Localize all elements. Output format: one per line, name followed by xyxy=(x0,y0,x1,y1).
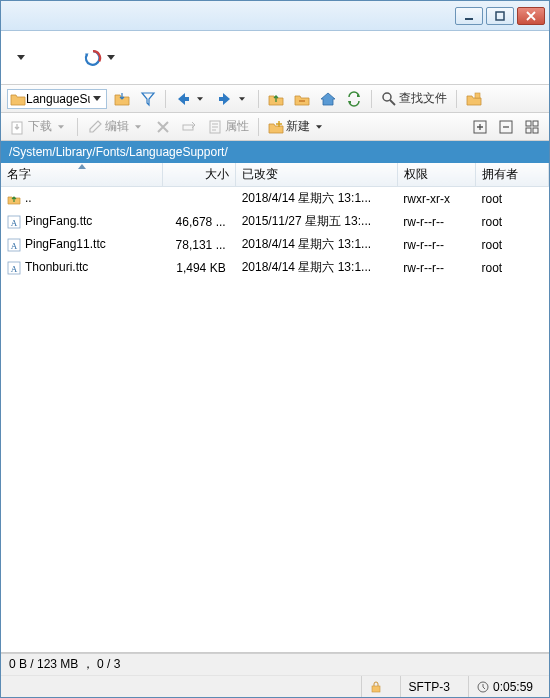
maximize-button[interactable] xyxy=(486,7,514,25)
protocol-text: SFTP-3 xyxy=(409,680,450,694)
parent-dir-button[interactable] xyxy=(265,89,287,109)
root-dir-button[interactable] xyxy=(291,89,313,109)
svg-rect-5 xyxy=(183,125,193,130)
table-row[interactable]: APingFang11.ttc78,131 ...2018/4/14 星期六 1… xyxy=(1,233,549,256)
address-text: LanguageSup xyxy=(26,92,90,106)
file-size xyxy=(163,187,236,211)
back-button[interactable] xyxy=(172,89,210,109)
session-dropdown[interactable] xyxy=(11,49,31,67)
file-perm: rw-r--r-- xyxy=(397,233,475,256)
file-name: .. xyxy=(25,191,32,205)
svg-rect-19 xyxy=(372,686,380,692)
path-text: /System/Library/Fonts/LanguageSupport/ xyxy=(9,145,228,159)
chevron-down-icon xyxy=(90,92,104,106)
file-name: PingFang11.ttc xyxy=(25,237,106,251)
rename-button[interactable] xyxy=(178,117,200,137)
path-bar[interactable]: /System/Library/Fonts/LanguageSupport/ xyxy=(1,141,549,163)
protocol-cell: SFTP-3 xyxy=(400,676,458,697)
filter-button[interactable] xyxy=(137,89,159,109)
delete-button[interactable] xyxy=(152,117,174,137)
time-cell: 0:05:59 xyxy=(468,676,541,697)
svg-text:A: A xyxy=(11,218,18,228)
titlebar xyxy=(1,1,549,31)
download-label: 下载 xyxy=(28,118,52,135)
secondary-toolbar: 下载 编辑 属性 新建 xyxy=(1,113,549,141)
col-header-changed[interactable]: 已改变 xyxy=(236,163,398,187)
table-row[interactable]: AThonburi.ttc1,494 KB2018/4/14 星期六 13:1.… xyxy=(1,256,549,279)
selection-status: 0 B / 123 MB ， 0 / 3 xyxy=(9,656,120,673)
lock-icon xyxy=(370,681,382,693)
find-label: 查找文件 xyxy=(399,90,447,107)
file-list: 名字 大小 已改变 权限 拥有者 ..2018/4/14 星期六 13:1...… xyxy=(1,163,549,653)
file-changed: 2018/4/14 星期六 13:1... xyxy=(236,256,398,279)
status-bar-2: SFTP-3 0:05:59 xyxy=(1,675,549,697)
forward-button[interactable] xyxy=(214,89,252,109)
svg-rect-9 xyxy=(526,121,531,126)
close-button[interactable] xyxy=(517,7,545,25)
file-owner: root xyxy=(475,210,548,233)
file-perm: rw-r--r-- xyxy=(397,256,475,279)
col-header-size[interactable]: 大小 xyxy=(163,163,236,187)
file-size: 1,494 KB xyxy=(163,256,236,279)
new-label: 新建 xyxy=(286,118,310,135)
edit-button[interactable]: 编辑 xyxy=(84,116,148,137)
svg-text:A: A xyxy=(11,264,18,274)
svg-rect-1 xyxy=(496,12,504,20)
file-owner: root xyxy=(475,187,548,211)
download-button[interactable]: 下载 xyxy=(7,116,71,137)
svg-point-2 xyxy=(383,93,391,101)
col-header-name[interactable]: 名字 xyxy=(1,163,163,187)
table-row[interactable]: APingFang.ttc46,678 ...2015/11/27 星期五 13… xyxy=(1,210,549,233)
file-perm: rwxr-xr-x xyxy=(397,187,475,211)
main-toolbar: LanguageSup xyxy=(1,85,549,113)
collapse-button[interactable] xyxy=(495,117,517,137)
open-dir-button[interactable] xyxy=(111,89,133,109)
table-row[interactable]: ..2018/4/14 星期六 13:1...rwxr-xr-xroot xyxy=(1,187,549,211)
svg-text:A: A xyxy=(11,241,18,251)
file-changed: 2018/4/14 星期六 13:1... xyxy=(236,187,398,211)
new-button[interactable]: 新建 xyxy=(265,116,329,137)
home-button[interactable] xyxy=(317,89,339,109)
refresh-button[interactable] xyxy=(81,47,121,69)
edit-label: 编辑 xyxy=(105,118,129,135)
svg-rect-10 xyxy=(533,121,538,126)
file-changed: 2018/4/14 星期六 13:1... xyxy=(236,233,398,256)
app-window: LanguageSup xyxy=(0,0,550,698)
view-button[interactable] xyxy=(521,117,543,137)
file-name: PingFang.ttc xyxy=(25,214,92,228)
upper-toolbar xyxy=(1,31,549,85)
svg-rect-0 xyxy=(465,18,473,20)
file-owner: root xyxy=(475,233,548,256)
file-size: 46,678 ... xyxy=(163,210,236,233)
properties-button[interactable]: 属性 xyxy=(204,116,252,137)
address-combo[interactable]: LanguageSup xyxy=(7,89,107,109)
col-header-perm[interactable]: 权限 xyxy=(397,163,475,187)
svg-rect-3 xyxy=(475,93,480,98)
file-owner: root xyxy=(475,256,548,279)
file-changed: 2015/11/27 星期五 13:... xyxy=(236,210,398,233)
time-text: 0:05:59 xyxy=(493,680,533,694)
expand-button[interactable] xyxy=(469,117,491,137)
svg-rect-11 xyxy=(526,128,531,133)
table-header-row: 名字 大小 已改变 权限 拥有者 xyxy=(1,163,549,187)
file-size: 78,131 ... xyxy=(163,233,236,256)
find-button[interactable]: 查找文件 xyxy=(378,88,450,109)
properties-label: 属性 xyxy=(225,118,249,135)
bookmark-button[interactable] xyxy=(463,89,485,109)
col-header-owner[interactable]: 拥有者 xyxy=(475,163,548,187)
clock-icon xyxy=(477,681,489,693)
sync-button[interactable] xyxy=(343,89,365,109)
file-perm: rw-r--r-- xyxy=(397,210,475,233)
lock-indicator xyxy=(361,676,390,697)
status-bar: 0 B / 123 MB ， 0 / 3 xyxy=(1,653,549,675)
svg-rect-12 xyxy=(533,128,538,133)
file-name: Thonburi.ttc xyxy=(25,260,88,274)
minimize-button[interactable] xyxy=(455,7,483,25)
